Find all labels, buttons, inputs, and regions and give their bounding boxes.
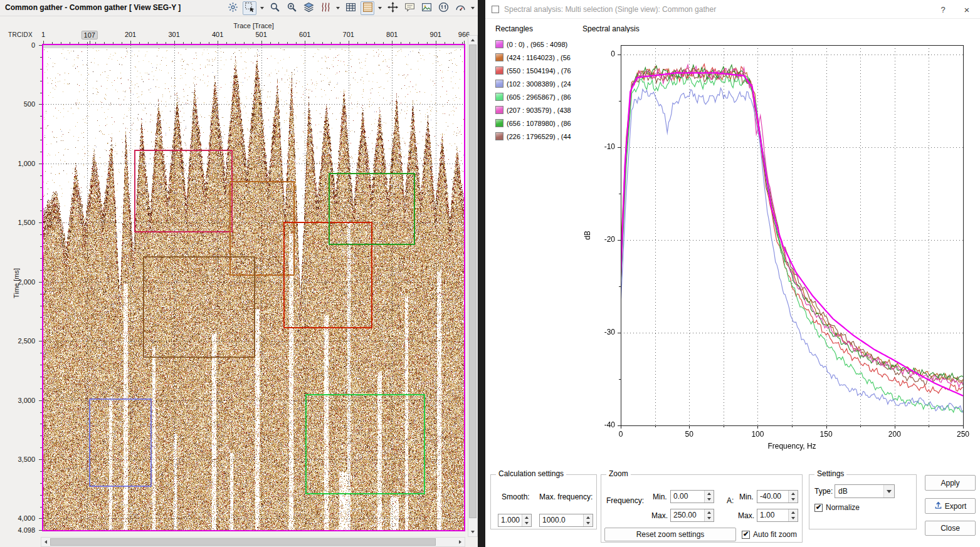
zoom-tool-button[interactable]: [268, 1, 282, 15]
trace-display-tool-icon: [320, 2, 331, 14]
help-button[interactable]: ?: [934, 0, 952, 19]
selection-rect-pink[interactable]: [134, 150, 233, 232]
rect-select-tool-dropdown-arrow[interactable]: [260, 7, 264, 9]
a-min-spinner[interactable]: [788, 491, 798, 503]
rectangle-list-item[interactable]: (207 : 903579) , (438: [495, 103, 578, 117]
pattern-tool-button[interactable]: [361, 1, 374, 15]
spin-up-icon[interactable]: [522, 514, 531, 521]
rectangle-list-item[interactable]: (424 : 1164023) , (56: [495, 51, 578, 64]
spectral-window-titlebar[interactable]: Spectral analysis: Multi selection (Sing…: [485, 0, 980, 19]
spin-up-icon[interactable]: [789, 509, 798, 516]
arrow-up-icon: [471, 39, 475, 41]
a-max-spinbox[interactable]: 1.00: [757, 509, 798, 522]
selection-rect-green[interactable]: [305, 394, 425, 494]
seismic-window-titlebar[interactable]: Common gather - Common gather [ View SEG…: [0, 0, 478, 16]
grid-tool-button[interactable]: [344, 1, 357, 15]
annotation-tool-button[interactable]: [403, 1, 416, 15]
reset-zoom-button[interactable]: Reset zoom settings: [604, 528, 736, 541]
export-button[interactable]: Export: [925, 498, 976, 514]
smooth-spinner[interactable]: [522, 514, 531, 526]
normalize-checkbox[interactable]: ✔ Normalize: [814, 503, 860, 512]
calculation-settings-group: Calculation settings Smooth: Max. freque…: [490, 474, 597, 529]
pattern-tool-icon: [362, 2, 373, 14]
snapshot-tool-button[interactable]: [419, 1, 433, 15]
settings-gear-button[interactable]: [226, 1, 240, 15]
a-max-label: Max.: [738, 511, 754, 520]
autofit-zoom-checkbox[interactable]: ✔ Auto fit zoom: [742, 530, 797, 539]
spin-down-icon[interactable]: [584, 521, 593, 527]
horizontal-scrollbar[interactable]: [41, 537, 465, 547]
vscroll-track[interactable]: [468, 44, 477, 528]
close-button[interactable]: Close: [925, 521, 976, 536]
a-min-value: -40.00: [757, 491, 788, 503]
spin-down-icon[interactable]: [522, 521, 531, 527]
rectangle-list-item[interactable]: (656 : 1078980) , (86: [495, 117, 578, 130]
autofit-zoom-label: Auto fit zoom: [753, 530, 797, 539]
trace-tick-label: 801: [386, 31, 398, 38]
freq-min-spinner[interactable]: [704, 491, 714, 503]
spin-down-icon[interactable]: [789, 516, 798, 522]
max-frequency-spinner[interactable]: [583, 514, 593, 526]
freq-min-spinbox[interactable]: 0.00: [670, 490, 714, 503]
color-swatch: [495, 66, 503, 75]
time-tick-label: 500: [24, 100, 35, 108]
selection-rect-darkgreen[interactable]: [329, 173, 415, 245]
rectangle-list-item[interactable]: (226 : 1796529) , (44: [495, 130, 578, 143]
hscroll-thumb[interactable]: [50, 538, 436, 546]
freq-max-spinner[interactable]: [704, 509, 714, 521]
checkbox-box: ✔: [742, 531, 750, 539]
grid-tool-icon: [345, 2, 356, 14]
combobox-arrow-icon[interactable]: [883, 485, 894, 498]
freq-min-label: Min.: [653, 492, 667, 501]
layers-tool-button[interactable]: [302, 1, 315, 15]
pan-tool-button[interactable]: [386, 1, 399, 15]
trace-display-tool-dropdown-arrow[interactable]: [336, 7, 340, 9]
spin-up-icon[interactable]: [705, 509, 714, 516]
smooth-spinbox[interactable]: 1.000: [498, 514, 532, 527]
seismic-view[interactable]: [42, 44, 465, 531]
scroll-right-button[interactable]: [456, 538, 465, 546]
rectangle-list-item[interactable]: (102 : 3008389) , (24: [495, 77, 578, 90]
spin-down-icon[interactable]: [705, 497, 714, 503]
spin-up-icon[interactable]: [705, 491, 714, 497]
time-tick-label: 4,000: [18, 514, 35, 522]
hscroll-track[interactable]: [50, 538, 456, 546]
gauge-tool-button[interactable]: [453, 1, 467, 15]
gauge-tool-dropdown-arrow[interactable]: [471, 7, 475, 9]
seismic-toolbar: [226, 1, 475, 16]
spin-up-icon[interactable]: [789, 491, 798, 497]
spin-up-icon[interactable]: [584, 514, 593, 521]
scroll-down-button[interactable]: [468, 528, 477, 536]
selection-rect-brown[interactable]: [143, 256, 255, 358]
trace-display-tool-button[interactable]: [319, 1, 332, 15]
arrow-down-icon: [471, 531, 475, 533]
selection-rect-blue[interactable]: [89, 399, 152, 487]
type-combobox[interactable]: dB: [835, 484, 895, 498]
rect-select-tool-button[interactable]: [243, 1, 256, 15]
vertical-scrollbar[interactable]: [468, 35, 478, 537]
pattern-tool-dropdown-arrow[interactable]: [378, 7, 382, 9]
spin-down-icon[interactable]: [705, 516, 714, 522]
zoom-area-tool-button[interactable]: [285, 1, 298, 15]
freq-max-label: Max.: [651, 511, 668, 520]
close-window-button[interactable]: ×: [956, 0, 977, 19]
rectangle-list-item[interactable]: (550 : 1504194) , (76: [495, 64, 578, 77]
rectangle-list-item[interactable]: (605 : 2965867) , (86: [495, 90, 578, 103]
apply-button[interactable]: Apply: [925, 475, 976, 491]
rectangles-section-label: Rectangles: [495, 24, 533, 33]
freq-max-spinbox[interactable]: 250.00: [670, 509, 714, 522]
a-min-spinbox[interactable]: -40.00: [757, 490, 798, 503]
scroll-left-button[interactable]: [41, 538, 50, 546]
rectangle-list-item[interactable]: (0 : 0) , (965 : 4098): [495, 38, 578, 51]
actual-size-tool-button[interactable]: [436, 1, 450, 15]
spectral-chart[interactable]: [579, 33, 976, 465]
pan-tool-icon: [387, 2, 398, 14]
max-frequency-spinbox[interactable]: 1000.0: [539, 514, 593, 527]
spin-down-icon[interactable]: [789, 497, 798, 503]
vscroll-thumb[interactable]: [469, 44, 477, 518]
spectral-window: Spectral analysis: Multi selection (Sing…: [485, 0, 980, 547]
color-swatch: [495, 93, 503, 101]
a-max-spinner[interactable]: [788, 509, 798, 521]
desktop: Common gather - Common gather [ View SEG…: [0, 0, 980, 547]
scroll-up-button[interactable]: [468, 36, 477, 44]
